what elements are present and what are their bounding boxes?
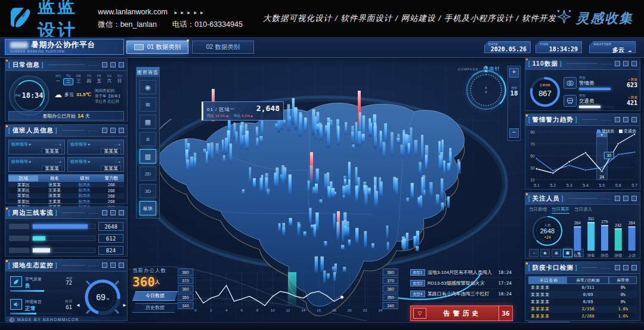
table-row[interactable]: 某某某某0/3110%	[528, 284, 637, 291]
camera-icon-button[interactable]: ◉	[140, 80, 156, 94]
alarm-item[interactable]: 类型1湿地3-104片区有不明人员闯入18:24	[410, 267, 512, 278]
weekday-cn[interactable]: 六	[104, 78, 114, 85]
weekday-cn[interactable]: 三	[73, 78, 83, 85]
mode-2d-button[interactable]: 2D	[140, 166, 156, 181]
focus-filter-icon[interactable]: ◔	[529, 249, 538, 257]
weekday-cn[interactable]: 四	[83, 78, 94, 85]
collapse-icon[interactable]	[102, 210, 107, 215]
weekday-cn[interactable]: 日	[114, 78, 125, 85]
expand-icon[interactable]	[631, 196, 637, 201]
chart-text: 30	[530, 166, 535, 170]
layer-filter-title: 图层筛选	[137, 67, 159, 77]
gauge-prev-arrow[interactable]: ◄	[76, 303, 80, 308]
history-data-button[interactable]: 历史数据	[132, 303, 178, 313]
chart-text: 242	[615, 223, 621, 227]
expand-icon[interactable]	[631, 117, 637, 122]
grid-icon-button[interactable]: ▦	[140, 115, 156, 129]
mode-plate-button[interactable]: 板块	[140, 201, 156, 215]
tab-data-category-2[interactable]: 02 数据类别	[192, 41, 254, 54]
panel-header-line	[48, 64, 85, 65]
collapse-icon[interactable]	[615, 265, 620, 270]
pin-icon[interactable]	[623, 117, 628, 122]
map-bar	[402, 239, 405, 251]
checkpoint-col-header[interactable]: 卡口名称	[528, 276, 566, 284]
dashboard-topbar: 暑期办公协作平台 SUMMER WORKING PLATFORM 01 数据类别…	[0, 37, 644, 58]
duty-col-header[interactable]: 警力数	[98, 175, 124, 181]
today-data-button[interactable]: 今日数据	[132, 291, 178, 301]
alarm-history-banner[interactable]: ▽ 告警历史 36	[410, 306, 513, 321]
alarm-item[interactable]: 类型2RD13-53烟感报警疑似火灾17:24	[410, 278, 512, 289]
legend-item[interactable]: 交通类	[619, 128, 636, 134]
duty-leader-card[interactable]: 值班领导▸··×某某某	[67, 140, 124, 155]
duty-leader-card[interactable]: 值班领导▸··×某某某	[67, 157, 124, 172]
table-row[interactable]: 某某区王某某副局长268	[8, 199, 124, 204]
trend-legend: 警情类交通类	[597, 128, 636, 134]
gauge-next-arrow[interactable]: ►	[122, 303, 127, 308]
table-row[interactable]: 某某区王某某副局长268	[8, 187, 124, 193]
legend-item[interactable]: 警情类	[597, 128, 614, 134]
checkpoint-col-header[interactable]: 异常率	[609, 276, 637, 284]
website-link[interactable]: www.lanlanwork.com	[98, 8, 168, 16]
pin-icon[interactable]	[623, 196, 628, 201]
weekday-cn[interactable]: 二	[63, 78, 73, 85]
tooltip-region: 01 / 区域一	[207, 106, 236, 113]
pin-icon[interactable]	[623, 265, 628, 270]
duty-col-header[interactable]: 姓名	[38, 175, 70, 181]
map-bar	[299, 112, 302, 137]
pin-icon[interactable]	[110, 263, 116, 268]
table-row[interactable]: 某某某某0/890%	[528, 291, 637, 298]
table-row[interactable]: 某某区张某某副局长268	[8, 182, 124, 187]
signal-icon-button[interactable]: ≋	[140, 97, 156, 112]
weekday-en: SU	[114, 74, 125, 78]
signal-icon: ≋	[145, 101, 150, 109]
collapse-icon[interactable]	[615, 196, 620, 201]
inspiration-collect[interactable]: 灵感收集	[556, 9, 633, 28]
collapse-icon[interactable]	[615, 117, 620, 122]
close-icon[interactable]: ··×	[55, 143, 62, 147]
compass-ring[interactable]: N ∧∨	[466, 70, 506, 110]
mode-3d-button[interactable]: 3D	[140, 184, 156, 198]
expand-icon[interactable]	[119, 128, 124, 133]
close-icon[interactable]: ··×	[114, 160, 121, 164]
tooltip-value: 2,648	[256, 104, 280, 113]
zoom-out-button[interactable]: −	[509, 128, 519, 138]
collapse-icon[interactable]	[102, 128, 107, 133]
collapse-icon[interactable]	[102, 62, 107, 67]
weekday-cn[interactable]: 五	[94, 78, 104, 85]
pin-icon[interactable]	[110, 210, 116, 215]
duty-col-header[interactable]: 级别	[71, 175, 99, 181]
expand-icon[interactable]	[119, 263, 124, 268]
close-icon[interactable]: ··×	[114, 143, 121, 147]
expand-icon[interactable]	[631, 61, 637, 66]
duty-col-header[interactable]: 区域	[8, 175, 38, 181]
close-icon[interactable]: ··×	[55, 160, 62, 164]
pin-icon[interactable]	[623, 61, 628, 66]
table-row[interactable]: 某某某某2/2681.6%	[528, 313, 637, 320]
checkpoint-col-header[interactable]: 异常/已检测	[566, 276, 609, 284]
pin-icon[interactable]	[110, 128, 116, 133]
table-row[interactable]: 某某某某2/1561.6%	[528, 306, 637, 313]
expand-icon[interactable]	[119, 210, 124, 215]
alarm-item[interactable]: 类型4某路口有小汽车连闯三个红灯18:24	[410, 289, 512, 300]
flow-row: 2648	[9, 222, 123, 231]
table-row[interactable]: 某某某某0/890%	[528, 298, 637, 306]
weekday-cn[interactable]: 一	[53, 78, 63, 85]
chart-text: 370	[387, 279, 394, 283]
list-icon-button[interactable]: ≡	[140, 132, 156, 146]
zoom-in-button[interactable]: +	[509, 68, 519, 78]
expand-icon[interactable]	[631, 265, 637, 270]
collapse-icon[interactable]	[615, 61, 620, 66]
table-row[interactable]: 某某区张某某副局长268	[8, 193, 124, 199]
expand-icon[interactable]	[119, 62, 124, 67]
tab-data-category-1[interactable]: 01 数据类别	[126, 41, 188, 54]
data-point	[568, 164, 571, 166]
bar-chart-icon-button[interactable]: ▥	[140, 149, 156, 164]
duty-leader-card[interactable]: 值班领导▸··×某某某	[8, 157, 65, 172]
focus-filter-icon[interactable]: ◆	[540, 249, 550, 257]
panel-title: 防疫卡口检测	[532, 264, 574, 272]
duty-leader-card[interactable]: 值班领导▸··×某某某	[8, 140, 65, 155]
collapse-icon[interactable]	[102, 263, 107, 268]
focus-filter-icon[interactable]: ◉	[552, 249, 561, 257]
map-bar	[186, 159, 189, 171]
pin-icon[interactable]	[110, 62, 116, 67]
